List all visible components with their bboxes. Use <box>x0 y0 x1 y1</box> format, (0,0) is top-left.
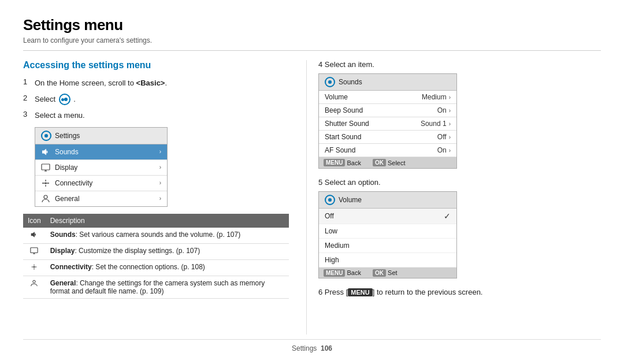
menu-key: MENU <box>348 288 372 296</box>
footer-ok-set: OK Set <box>373 269 398 276</box>
menu-item-connectivity[interactable]: Connectivity › <box>35 176 167 191</box>
general-desc: General: Change the settings for the cam… <box>46 276 289 298</box>
step-2: 2 Select . <box>23 94 289 106</box>
vol-option-low[interactable]: Low <box>319 224 456 239</box>
svg-point-9 <box>33 280 35 283</box>
table-row: General: Change the settings for the cam… <box>23 276 289 298</box>
sounds-arrow: › <box>159 148 161 155</box>
page-footer: Settings 106 <box>23 339 601 352</box>
svg-point-4 <box>44 195 47 199</box>
volume-panel-icon <box>325 195 335 205</box>
general-arrow: › <box>159 195 161 202</box>
step-4-section: 4 Select an item. Sounds Volume Medium › <box>318 60 601 169</box>
footer-menu-back2: MENU Back <box>324 269 361 276</box>
sounds-desc: Sounds: Set various camera sounds and th… <box>46 228 289 244</box>
icon-description-table: Icon Description Sounds: Set various cam… <box>23 214 289 299</box>
svg-rect-5 <box>31 247 38 252</box>
vol-option-medium[interactable]: Medium <box>319 239 456 253</box>
panel-row-af[interactable]: AF Sound On › <box>319 144 456 157</box>
panel-row-volume[interactable]: Volume Medium › <box>319 91 456 104</box>
sounds-panel-icon <box>325 77 335 87</box>
conn-icon-cell <box>23 259 46 276</box>
table-row: Display: Customize the display settings.… <box>23 243 289 259</box>
sounds-label: Sounds <box>55 148 155 156</box>
display-icon <box>41 163 50 172</box>
connectivity-label: Connectivity <box>55 179 155 187</box>
display-desc: Display: Customize the display settings.… <box>46 243 289 259</box>
table-header-desc: Description <box>46 214 289 228</box>
vol-option-off[interactable]: Off ✓ <box>319 209 456 224</box>
step-5-heading: 5 Select an option. <box>318 178 601 187</box>
svg-rect-0 <box>42 164 50 170</box>
display-icon-cell <box>23 243 46 259</box>
select-icon <box>59 94 70 105</box>
connectivity-arrow: › <box>159 180 161 186</box>
table-row: Connectivity: Set the connection options… <box>23 259 289 276</box>
panel-row-start[interactable]: Start Sound Off › <box>319 131 456 144</box>
volume-panel-footer: MENU Back OK Set <box>319 268 456 278</box>
display-arrow: › <box>159 164 161 170</box>
menu-item-general[interactable]: General › <box>35 191 167 206</box>
connectivity-desc: Connectivity: Set the connection options… <box>46 259 289 276</box>
step-5-section: 5 Select an option. Volume Off ✓ Low <box>318 178 601 278</box>
camera-menu-icon <box>41 131 51 141</box>
camera-menu-header: Settings <box>35 128 167 144</box>
step-1: 1 On the Home screen, scroll to <Basic>. <box>23 77 289 89</box>
sounds-panel: Sounds Volume Medium › Beep Sound On › S… <box>318 73 457 169</box>
table-header-icon: Icon <box>23 214 46 228</box>
menu-item-display[interactable]: Display › <box>35 160 167 176</box>
general-label: General <box>55 195 155 203</box>
general-icon-cell <box>23 276 46 298</box>
volume-panel: Volume Off ✓ Low Medium High <box>318 191 457 278</box>
section-title: Accessing the settings menu <box>23 60 289 70</box>
page-title: Settings menu <box>23 16 601 34</box>
sounds-panel-header: Sounds <box>319 74 456 91</box>
footer-ok-select: OK Select <box>373 159 406 166</box>
connectivity-icon <box>41 179 50 188</box>
step-4-heading: 4 Select an item. <box>318 60 601 69</box>
page-subtitle: Learn to configure your camera's setting… <box>23 36 601 51</box>
camera-menu-mockup: Settings Sounds › <box>35 127 168 207</box>
panel-row-beep[interactable]: Beep Sound On › <box>319 104 456 117</box>
menu-item-sounds[interactable]: Sounds › <box>35 144 167 160</box>
panel-row-shutter[interactable]: Shutter Sound Sound 1 › <box>319 117 456 131</box>
svg-point-3 <box>45 182 47 184</box>
checkmark-icon: ✓ <box>444 211 451 221</box>
volume-panel-header: Volume <box>319 192 456 209</box>
step-6-section: 6 Press [MENU] to return to the previous… <box>318 288 601 296</box>
table-row: Sounds: Set various camera sounds and th… <box>23 228 289 244</box>
sounds-panel-footer: MENU Back OK Select <box>319 157 456 168</box>
sound-icon <box>41 147 50 157</box>
display-label: Display <box>55 164 155 172</box>
general-icon <box>41 194 50 203</box>
footer-menu-back: MENU Back <box>324 159 361 166</box>
sound-icon-cell <box>23 228 46 244</box>
svg-point-8 <box>34 266 35 268</box>
vol-option-high[interactable]: High <box>319 253 456 268</box>
step-3: 3 Select a menu. <box>23 110 289 121</box>
